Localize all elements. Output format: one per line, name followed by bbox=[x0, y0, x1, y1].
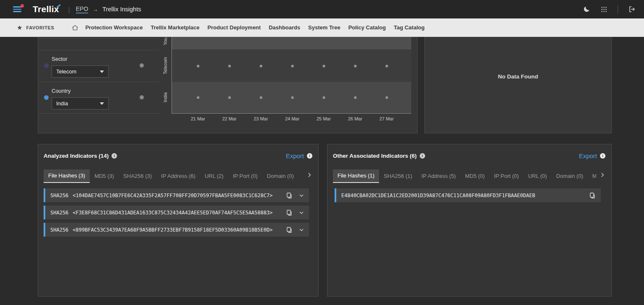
info-icon[interactable] bbox=[600, 153, 605, 159]
indicator-row[interactable]: SHA256 <899BFAC53C3439A7EA68F9A5BBFF2733… bbox=[44, 223, 309, 237]
nav-item-tag-catalog[interactable]: Tag Catalog bbox=[394, 24, 424, 31]
breadcrumb-epo-link[interactable]: EPO bbox=[76, 5, 88, 13]
x-tick-23mar: 23 Mar bbox=[248, 116, 273, 121]
tab-domain[interactable]: Domain (0) bbox=[551, 169, 587, 183]
x-tick-22mar: 22 Mar bbox=[217, 116, 242, 121]
favorites-button[interactable]: ★ FAVORITES bbox=[17, 24, 54, 31]
brand-text: Trellix bbox=[33, 4, 59, 14]
hash-type: SHA256 bbox=[50, 193, 68, 198]
country-node-icon bbox=[44, 95, 49, 100]
tab-sha256[interactable]: SHA256 (1) bbox=[379, 169, 417, 183]
nav-item-system-tree[interactable]: System Tree bbox=[308, 24, 340, 31]
analyzed-title: Analyzed Indicators (14) bbox=[44, 153, 109, 159]
tab-mutex-clipped[interactable]: Mu bbox=[588, 169, 596, 183]
home-icon[interactable] bbox=[72, 24, 78, 31]
hash-value: <899BFAC53C3439A7EA68F9A5BBFF2733EBF7B91… bbox=[73, 227, 286, 233]
tab-hostname-clipped[interactable]: Ho bbox=[299, 169, 303, 183]
nav-item-protection-workspace[interactable]: Protection Workspace bbox=[85, 24, 143, 31]
filter-divider bbox=[39, 50, 159, 50]
x-tick-25mar: 25 Mar bbox=[311, 116, 336, 121]
x-tick-24mar: 24 Mar bbox=[280, 116, 305, 121]
info-icon[interactable] bbox=[307, 153, 312, 159]
sector-dropdown[interactable]: Telecom bbox=[52, 65, 109, 78]
indicator-row[interactable]: SHA256 <104DAE7457C10B7FE6C42A335F2A57FF… bbox=[44, 188, 309, 202]
nav-item-product-deployment[interactable]: Product Deployment bbox=[208, 24, 261, 31]
star-icon: ★ bbox=[17, 24, 22, 31]
copy-icon[interactable] bbox=[589, 192, 596, 199]
nav-item-trellix-marketplace[interactable]: Trellix Marketplace bbox=[151, 24, 199, 31]
x-tick-21mar: 21 Mar bbox=[185, 116, 210, 121]
nav-bar: ★ FAVORITES Protection Workspace Trellix… bbox=[0, 18, 644, 37]
country-label: Country bbox=[52, 88, 71, 94]
indicator-row[interactable]: SHA256 <F3E8F68C31C86D431ADEA1633C875C32… bbox=[44, 206, 309, 219]
tab-ip-address[interactable]: IP Address (5) bbox=[417, 169, 460, 183]
info-icon[interactable] bbox=[420, 153, 425, 159]
filter-divider bbox=[39, 39, 159, 39]
info-icon[interactable] bbox=[112, 153, 117, 159]
indicator-row[interactable]: E4B40CBA02DC1DE1A1C2ED2001D39A87C476C11C… bbox=[335, 188, 601, 202]
copy-icon[interactable] bbox=[286, 192, 293, 199]
campaign-strip-chart: You Telecom India 21 Mar 22 Mar 23 Mar 2… bbox=[171, 37, 411, 114]
expand-chevron-down-icon[interactable] bbox=[299, 210, 304, 215]
tabs-scroll-right-icon[interactable] bbox=[306, 172, 312, 178]
tab-ip-port[interactable]: IP:Port (0) bbox=[489, 169, 523, 183]
tab-url[interactable]: URL (0) bbox=[523, 169, 551, 183]
tab-sha256[interactable]: SHA256 (3) bbox=[119, 169, 156, 183]
notification-dot-icon bbox=[21, 4, 24, 8]
sector-node-icon bbox=[44, 63, 49, 68]
trellix-logo[interactable]: Trellix bbox=[33, 4, 59, 14]
top-bar: Trellix | EPO → Trellix Insights bbox=[0, 0, 644, 18]
topbar-divider: | bbox=[68, 6, 70, 13]
associated-tab-bar: File Hashes (1) SHA256 (1) IP Address (5… bbox=[333, 169, 596, 183]
sector-label: Sector bbox=[52, 56, 68, 62]
favorites-label: FAVORITES bbox=[26, 25, 54, 30]
x-tick-26mar: 26 Mar bbox=[343, 116, 368, 121]
expand-chevron-down-icon[interactable] bbox=[299, 227, 304, 232]
hash-type: SHA256 bbox=[50, 210, 68, 216]
hash-value: <104DAE7457C10B7FE6C42A335F2A57FF708FF20… bbox=[73, 193, 286, 198]
copy-icon[interactable] bbox=[286, 209, 293, 216]
tab-md5[interactable]: MD5 (0) bbox=[460, 169, 489, 183]
x-tick-27mar: 27 Mar bbox=[374, 116, 399, 121]
tab-file-hashes[interactable]: File Hashes (3) bbox=[44, 169, 90, 183]
app-grid-icon[interactable] bbox=[600, 6, 608, 13]
sector-link-node-icon bbox=[140, 63, 144, 68]
analyzed-tab-bar: File Hashes (3) MD5 (3) SHA256 (3) IP Ad… bbox=[44, 169, 303, 183]
y-axis-label-telecom: Telecom bbox=[161, 50, 169, 82]
associated-title: Other Associated Indicators (6) bbox=[333, 153, 417, 159]
country-dropdown-value: India bbox=[56, 100, 100, 107]
hamburger-menu-icon[interactable] bbox=[13, 6, 21, 12]
y-axis-label-india: India bbox=[161, 82, 169, 113]
country-link-node-icon bbox=[140, 95, 144, 99]
tab-url[interactable]: URL (2) bbox=[200, 169, 228, 183]
logout-icon[interactable] bbox=[628, 5, 636, 13]
hash-type: SHA256 bbox=[50, 227, 68, 233]
breadcrumb-arrow-icon: → bbox=[92, 6, 98, 13]
tabs-scroll-right-icon[interactable] bbox=[600, 172, 605, 178]
nav-item-policy-catalog[interactable]: Policy Catalog bbox=[348, 24, 386, 31]
associated-export-link[interactable]: Export bbox=[579, 152, 597, 159]
analyzed-export-link[interactable]: Export bbox=[286, 152, 304, 159]
copy-icon[interactable] bbox=[286, 227, 293, 233]
y-axis-label-you: You bbox=[161, 37, 169, 50]
filter-divider bbox=[39, 82, 159, 82]
tab-file-hashes[interactable]: File Hashes (1) bbox=[333, 169, 379, 183]
campaign-timeline-card: Sector Telecom Country India You Telecom… bbox=[38, 37, 418, 133]
tab-md5[interactable]: MD5 (3) bbox=[90, 169, 119, 183]
no-data-message: No Data Found bbox=[498, 73, 538, 80]
nav-item-dashboards[interactable]: Dashboards bbox=[269, 24, 300, 31]
chevron-down-icon bbox=[100, 70, 104, 73]
tab-ip-address[interactable]: IP Address (6) bbox=[156, 169, 200, 183]
expand-chevron-down-icon[interactable] bbox=[299, 193, 304, 198]
telecom-data-points bbox=[172, 65, 411, 67]
filter-divider bbox=[39, 113, 159, 114]
tab-ip-port[interactable]: IP:Port (0) bbox=[228, 169, 262, 183]
analyzed-indicators-card: Analyzed Indicators (14) Export File Has… bbox=[38, 144, 319, 297]
sector-dropdown-value: Telecom bbox=[56, 68, 100, 75]
dark-mode-moon-icon[interactable] bbox=[583, 5, 590, 13]
hash-value: <F3E8F68C31C86D431ADEA1633C875C32434A42A… bbox=[73, 210, 286, 216]
no-data-panel: No Data Found bbox=[424, 37, 612, 133]
country-dropdown[interactable]: India bbox=[52, 97, 109, 109]
chevron-down-icon bbox=[100, 102, 104, 105]
tab-domain[interactable]: Domain (0) bbox=[262, 169, 298, 183]
